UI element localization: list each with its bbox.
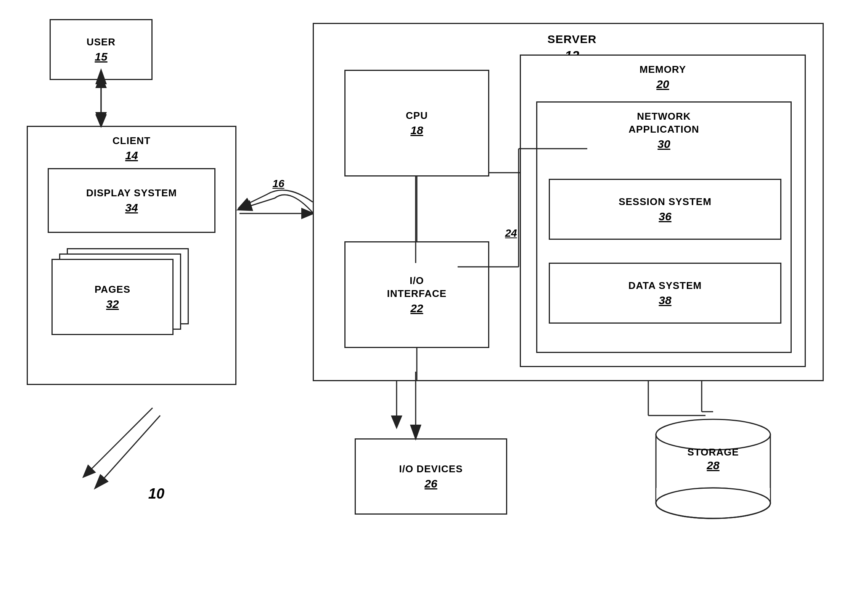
session-system-box: SESSION SYSTEM 36 (549, 179, 781, 240)
network-app-label: NETWORKAPPLICATION (628, 110, 699, 136)
user-box: USER 15 (50, 19, 153, 80)
io-devices-label: I/O DEVICES (399, 463, 463, 476)
io-interface-label: I/OINTERFACE (387, 274, 447, 300)
pages-box: PAGES 32 (51, 259, 174, 335)
data-system-label: DATA SYSTEM (628, 279, 702, 292)
cpu-box: CPU 18 (344, 70, 489, 176)
svg-line-28 (95, 415, 160, 488)
io-interface-box: I/OINTERFACE 22 (344, 241, 489, 348)
pages-label: PAGES (95, 283, 130, 296)
svg-line-17 (84, 408, 153, 476)
server-label: SERVER (548, 32, 597, 47)
cpu-label: CPU (406, 109, 428, 122)
memory-box: MEMORY 20 NETWORKAPPLICATION 30 SESSION … (520, 55, 806, 367)
display-system-num: 34 (125, 201, 138, 214)
io-devices-box: I/O DEVICES 26 (355, 438, 507, 515)
diagram: USER 15 CLIENT 14 DISPLAY SYSTEM 34 PAGE… (0, 0, 863, 616)
storage-num: 28 (707, 459, 719, 472)
client-num: 14 (125, 149, 138, 162)
memory-num: 20 (656, 78, 669, 91)
server-box: SERVER 12 CPU 18 I/OINTERFACE 22 ME (313, 23, 824, 381)
io-interface-num: 22 (410, 302, 423, 315)
client-label: CLIENT (112, 135, 151, 148)
display-system-box: DISPLAY SYSTEM 34 (48, 168, 215, 233)
pages-num: 32 (106, 298, 119, 311)
user-num: 15 (95, 50, 107, 63)
svg-rect-15 (656, 488, 770, 503)
diagram-num-10: 10 (141, 484, 172, 503)
storage-label: STORAGE (687, 446, 739, 458)
io-devices-num: 26 (424, 477, 437, 490)
svg-point-13 (656, 419, 770, 450)
data-system-num: 38 (659, 294, 671, 307)
network-app-num: 30 (657, 138, 670, 151)
conn-24-label: 24 (500, 225, 522, 240)
memory-label: MEMORY (640, 63, 686, 76)
network-app-box: NETWORKAPPLICATION 30 SESSION SYSTEM 36 … (536, 101, 792, 353)
storage-cylinder: STORAGE 28 (648, 412, 778, 522)
data-system-box: DATA SYSTEM 38 (549, 263, 781, 324)
client-box: CLIENT 14 DISPLAY SYSTEM 34 PAGES 32 (27, 126, 236, 385)
cpu-num: 18 (410, 124, 423, 137)
display-system-label: DISPLAY SYSTEM (86, 187, 177, 200)
conn-16-label: 16 (267, 175, 290, 191)
session-system-label: SESSION SYSTEM (619, 196, 712, 209)
user-label: USER (87, 36, 116, 49)
session-system-num: 36 (659, 210, 671, 223)
